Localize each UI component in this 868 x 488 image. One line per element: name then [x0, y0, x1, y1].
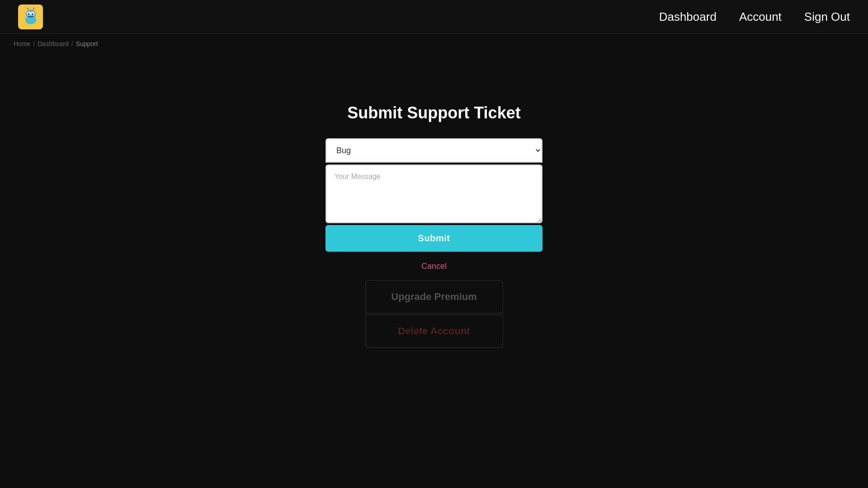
nav-signout[interactable]: Sign Out [804, 10, 850, 24]
submit-button[interactable]: Submit [326, 225, 542, 252]
logo[interactable] [18, 5, 43, 29]
svg-point-7 [29, 13, 30, 14]
upgrade-premium-button[interactable]: Upgrade Premium [365, 280, 503, 314]
background-buttons: Upgrade Premium Delete Account [365, 280, 503, 348]
breadcrumb-dashboard[interactable]: Dashboard [38, 40, 69, 47]
nav-account[interactable]: Account [739, 10, 782, 24]
cancel-button[interactable]: Cancel [326, 257, 542, 276]
nav-dashboard[interactable]: Dashboard [659, 10, 717, 24]
main-content: Submit Support Ticket Bug Feature Reques… [0, 54, 868, 348]
svg-point-8 [33, 13, 33, 14]
breadcrumb-current: Support [76, 40, 98, 47]
page-title: Submit Support Ticket [347, 103, 520, 122]
breadcrumb-separator-1: / [33, 40, 35, 47]
support-form: Bug Feature Request General Inquiry Bill… [326, 138, 542, 285]
svg-point-2 [26, 9, 36, 19]
header: Dashboard Account Sign Out [0, 0, 868, 34]
breadcrumb: Home / Dashboard / Support [0, 34, 868, 54]
message-textarea[interactable] [326, 164, 542, 223]
breadcrumb-home[interactable]: Home [14, 40, 30, 47]
header-nav: Dashboard Account Sign Out [659, 10, 850, 24]
ticket-type-select[interactable]: Bug Feature Request General Inquiry Bill… [326, 138, 542, 163]
breadcrumb-separator-2: / [71, 40, 73, 47]
delete-account-button[interactable]: Delete Account [365, 314, 503, 348]
